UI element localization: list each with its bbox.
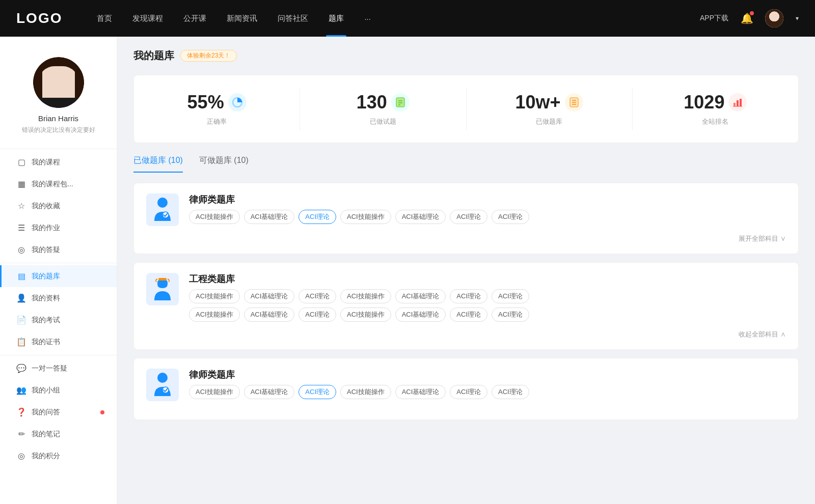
- tag-2b-2[interactable]: ACI理论: [298, 307, 336, 322]
- sidebar: Brian Harris 错误的决定比没有决定要好 ▢ 我的课程 ▦ 我的课程包…: [0, 37, 117, 504]
- tags-row-2b: ACI技能操作 ACI基础理论 ACI理论 ACI技能操作 ACI基础理论 AC…: [189, 307, 529, 322]
- nav-links: 首页 发现课程 公开课 新闻资讯 问答社区 题库 ···: [87, 0, 700, 37]
- notification-bell[interactable]: 🔔: [739, 10, 755, 26]
- svg-rect-1: [396, 98, 404, 107]
- sidebar-item-qa[interactable]: ◎ 我的答疑: [0, 239, 117, 261]
- tag-3-6[interactable]: ACI理论: [492, 385, 529, 399]
- pie-chart-icon: [232, 97, 243, 108]
- tag-2-0[interactable]: ACI技能操作: [189, 289, 240, 303]
- tag-2-4[interactable]: ACI基础理论: [395, 289, 446, 303]
- sidebar-item-my-courses[interactable]: ▢ 我的课程: [0, 151, 117, 173]
- main-wrap: Brian Harris 错误的决定比没有决定要好 ▢ 我的课程 ▦ 我的课程包…: [0, 0, 815, 504]
- expand-link-2[interactable]: 收起全部科目 ∧: [739, 330, 786, 339]
- tag-1-1[interactable]: ACI基础理论: [244, 210, 295, 224]
- sidebar-divider-2: [0, 263, 117, 263]
- sidebar-item-profile[interactable]: 👤 我的资料: [0, 287, 117, 309]
- tags-row-1: ACI技能操作 ACI基础理论 ACI理论 ACI技能操作 ACI基础理论 AC…: [189, 210, 529, 224]
- tag-3-2[interactable]: ACI理论: [298, 385, 336, 399]
- banks-label: 已做题库: [536, 117, 562, 126]
- chat-icon: 💬: [16, 363, 26, 373]
- tag-2b-0[interactable]: ACI技能操作: [189, 307, 240, 322]
- tag-1-0[interactable]: ACI技能操作: [189, 210, 240, 224]
- nav-qbank[interactable]: 题库: [318, 0, 354, 37]
- nav-more[interactable]: ···: [354, 0, 381, 37]
- tags-row-3: ACI技能操作 ACI基础理论 ACI理论 ACI技能操作 ACI基础理论 AC…: [189, 385, 529, 399]
- tab-done[interactable]: 已做题库 (10): [133, 155, 183, 172]
- sidebar-divider-1: [0, 149, 117, 149]
- tag-1-6[interactable]: ACI理论: [492, 210, 529, 224]
- exam-icon: 📄: [16, 315, 26, 325]
- app-download-link[interactable]: APP下载: [700, 14, 728, 23]
- question-icon: ◎: [16, 245, 26, 255]
- accuracy-value: 55%: [187, 92, 224, 113]
- sidebar-item-homework[interactable]: ☰ 我的作业: [0, 217, 117, 239]
- tag-3-0[interactable]: ACI技能操作: [189, 385, 240, 399]
- nav-discover[interactable]: 发现课程: [122, 0, 173, 37]
- tag-2b-5[interactable]: ACI理论: [450, 307, 487, 322]
- tag-1-5[interactable]: ACI理论: [450, 210, 487, 224]
- qbank-card-header-3: 律师类题库 ACI技能操作 ACI基础理论 ACI理论 ACI技能操作 ACI基…: [146, 369, 786, 401]
- qbank-card-lawyer-1: 律师类题库 ACI技能操作 ACI基础理论 ACI理论 ACI技能操作 ACI基…: [133, 183, 799, 254]
- points-icon: ◎: [16, 451, 26, 461]
- banks-value: 10w+: [515, 92, 561, 113]
- accuracy-icon: [228, 93, 247, 111]
- profile-motto: 错误的决定比没有决定要好: [22, 126, 95, 134]
- engineer-icon: [146, 273, 179, 305]
- nav-home[interactable]: 首页: [87, 0, 122, 37]
- sidebar-item-certificate[interactable]: 📋 我的证书: [0, 331, 117, 353]
- tag-1-3[interactable]: ACI技能操作: [340, 210, 391, 224]
- tag-2b-1[interactable]: ACI基础理论: [244, 307, 295, 322]
- tag-3-1[interactable]: ACI基础理论: [244, 385, 295, 399]
- tabs-row: 已做题库 (10) 可做题库 (10): [133, 155, 799, 173]
- tags-row-2: ACI技能操作 ACI基础理论 ACI理论 ACI技能操作 ACI基础理论 AC…: [189, 289, 529, 303]
- sidebar-item-points[interactable]: ◎ 我的积分: [0, 445, 117, 467]
- homework-icon: ☰: [16, 223, 26, 233]
- qbank-info-2: 工程类题库 ACI技能操作 ACI基础理论 ACI理论 ACI技能操作 ACI基…: [189, 273, 529, 322]
- tag-3-4[interactable]: ACI基础理论: [395, 385, 446, 399]
- sidebar-item-group[interactable]: 👥 我的小组: [0, 379, 117, 401]
- sidebar-item-notes[interactable]: ✏ 我的笔记: [0, 423, 117, 445]
- nav-open-course[interactable]: 公开课: [173, 0, 216, 37]
- qbank-footer-2: 收起全部科目 ∧: [146, 330, 786, 339]
- nav-qa[interactable]: 问答社区: [267, 0, 318, 37]
- svg-rect-9: [734, 103, 736, 106]
- stats-row: 55% 正确率 130: [133, 75, 799, 143]
- sidebar-item-1on1[interactable]: 💬 一对一答疑: [0, 357, 117, 379]
- sidebar-item-exam[interactable]: 📄 我的考试: [0, 309, 117, 331]
- tag-2-5[interactable]: ACI理论: [450, 289, 487, 303]
- tag-2-1[interactable]: ACI基础理论: [244, 289, 295, 303]
- sidebar-item-favorites[interactable]: ☆ 我的收藏: [0, 195, 117, 217]
- qbank-footer-1: 展开全部科目 ∨: [146, 234, 786, 243]
- document-check-icon: [395, 97, 406, 108]
- expand-link-1[interactable]: 展开全部科目 ∨: [739, 234, 786, 243]
- questions-label: 已做试题: [370, 117, 396, 126]
- chevron-down-icon[interactable]: ▾: [796, 15, 799, 22]
- tag-2b-3[interactable]: ACI技能操作: [340, 307, 391, 322]
- tag-2-2[interactable]: ACI理论: [298, 289, 336, 303]
- qbank-info-1: 律师类题库 ACI技能操作 ACI基础理论 ACI理论 ACI技能操作 ACI基…: [189, 193, 529, 224]
- avatar-image: [33, 57, 84, 108]
- my-qa-icon: ❓: [16, 407, 26, 417]
- tag-2b-6[interactable]: ACI理论: [492, 307, 529, 322]
- tag-3-3[interactable]: ACI技能操作: [340, 385, 391, 399]
- tag-2-3[interactable]: ACI技能操作: [340, 289, 391, 303]
- tab-available[interactable]: 可做题库 (10): [199, 155, 249, 172]
- lawyer-icon-1: [146, 193, 179, 226]
- accuracy-label: 正确率: [207, 117, 227, 126]
- logo: LOGO: [16, 10, 62, 26]
- tag-1-2[interactable]: ACI理论: [298, 210, 336, 224]
- tag-3-5[interactable]: ACI理论: [450, 385, 487, 399]
- nav-news[interactable]: 新闻资讯: [216, 0, 267, 37]
- qbank-card-lawyer-2: 律师类题库 ACI技能操作 ACI基础理论 ACI理论 ACI技能操作 ACI基…: [133, 358, 799, 420]
- sidebar-item-course-package[interactable]: ▦ 我的课程包...: [0, 173, 117, 195]
- sidebar-item-qbank[interactable]: ▤ 我的题库: [0, 265, 117, 287]
- bar-chart-icon: [732, 97, 743, 108]
- tag-2b-4[interactable]: ACI基础理论: [395, 307, 446, 322]
- tag-1-4[interactable]: ACI基础理论: [395, 210, 446, 224]
- svg-rect-10: [737, 100, 739, 106]
- tag-2-6[interactable]: ACI理论: [492, 289, 529, 303]
- sidebar-item-my-qa[interactable]: ❓ 我的问答: [0, 401, 117, 423]
- user-avatar[interactable]: [765, 9, 783, 27]
- svg-point-16: [157, 373, 168, 383]
- banks-icon: [565, 93, 583, 111]
